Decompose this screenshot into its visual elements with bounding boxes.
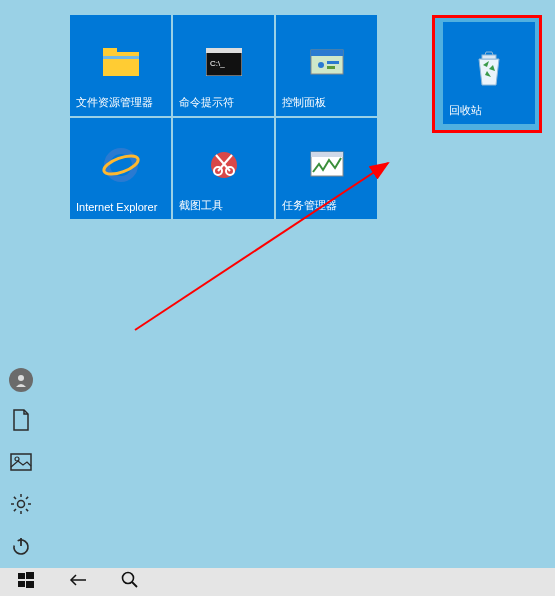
tile-label: 控制面板: [282, 95, 326, 110]
svg-rect-9: [327, 61, 339, 64]
taskbar-search-button[interactable]: [104, 568, 156, 596]
svg-point-27: [18, 501, 25, 508]
svg-rect-10: [327, 66, 335, 69]
tile-label: 截图工具: [179, 198, 223, 213]
svg-rect-40: [18, 581, 25, 587]
sidebar-settings[interactable]: [9, 494, 33, 518]
svg-line-32: [14, 497, 16, 499]
tile-label: 命令提示符: [179, 95, 234, 110]
tile-recycle-bin[interactable]: 回收站: [443, 22, 535, 124]
taskmgr-icon: [307, 145, 347, 185]
sidebar-pictures[interactable]: [9, 452, 33, 476]
taskbar-back-button[interactable]: [52, 568, 104, 596]
tile-label: 文件资源管理器: [76, 95, 153, 110]
start-sidebar: [0, 368, 42, 568]
annotation-highlight-box: 回收站: [432, 15, 542, 133]
picture-icon: [10, 453, 32, 475]
folder-icon: [101, 42, 141, 82]
svg-text:C:\_: C:\_: [210, 59, 225, 68]
snip-icon: [204, 145, 244, 185]
svg-point-8: [318, 62, 324, 68]
svg-rect-41: [26, 581, 34, 588]
svg-point-43: [123, 573, 134, 584]
recycle-bin-icon: [469, 49, 509, 89]
svg-rect-25: [11, 454, 31, 470]
sidebar-user[interactable]: [9, 368, 33, 392]
svg-rect-38: [18, 573, 25, 579]
user-icon: [9, 368, 33, 392]
svg-rect-13: [114, 163, 128, 168]
svg-point-26: [15, 457, 19, 461]
control-panel-icon: [307, 42, 347, 82]
tile-cmd[interactable]: C:\_ 命令提示符: [173, 15, 274, 116]
tile-task-manager[interactable]: 任务管理器: [276, 118, 377, 219]
svg-rect-2: [103, 56, 139, 59]
tile-internet-explorer[interactable]: Internet Explorer: [70, 118, 171, 219]
back-arrow-icon: [68, 572, 88, 592]
windows-icon: [18, 572, 34, 592]
search-icon: [121, 571, 139, 593]
taskbar-start-button[interactable]: [0, 568, 52, 596]
svg-rect-1: [103, 48, 117, 56]
ie-icon: [101, 145, 141, 185]
tile-label: Internet Explorer: [76, 201, 157, 213]
svg-rect-7: [311, 50, 343, 56]
svg-line-35: [26, 497, 28, 499]
power-icon: [11, 536, 31, 560]
start-tiles-grid: 文件资源管理器 C:\_ 命令提示符 控制面板: [70, 15, 378, 219]
gear-icon: [10, 493, 32, 519]
tile-control-panel[interactable]: 控制面板: [276, 15, 377, 116]
svg-line-44: [132, 582, 137, 587]
svg-point-24: [18, 375, 24, 381]
svg-line-33: [26, 509, 28, 511]
document-icon: [12, 409, 30, 435]
sidebar-documents[interactable]: [9, 410, 33, 434]
tile-label: 任务管理器: [282, 198, 337, 213]
svg-line-34: [14, 509, 16, 511]
tile-label: 回收站: [449, 103, 482, 118]
svg-rect-4: [206, 48, 242, 53]
tile-snipping-tool[interactable]: 截图工具: [173, 118, 274, 219]
taskbar: [0, 568, 555, 596]
sidebar-power[interactable]: [9, 536, 33, 560]
svg-rect-20: [311, 152, 343, 157]
cmd-icon: C:\_: [204, 42, 244, 82]
svg-rect-21: [482, 55, 496, 59]
svg-rect-39: [26, 572, 34, 579]
tile-file-explorer[interactable]: 文件资源管理器: [70, 15, 171, 116]
